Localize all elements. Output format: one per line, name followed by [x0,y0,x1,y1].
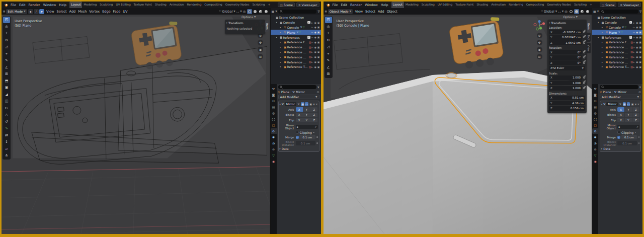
outliner-row-references[interactable]: ▾ ▦ References ⚒▽ ▨ ✓ ▻ ◉ ▣ [271,35,321,40]
selectable-icon[interactable]: ▻ [311,31,313,34]
properties-tab-view-layer[interactable]: ▤ [592,104,598,110]
tool-tool-shear[interactable]: ▱ [3,146,10,152]
display-mode-icon[interactable]: ▦ [593,10,596,13]
extras-dropdown-icon[interactable]: ▼ [635,103,636,106]
hide-eye-icon[interactable]: ◉ [314,55,316,58]
options-dropdown[interactable]: Options▼ [242,15,256,19]
viewport-menu-add[interactable]: Add [377,10,386,14]
axis-x-button[interactable]: X [617,118,624,122]
selectable-icon[interactable]: ▻ [633,26,635,29]
render-camera-icon[interactable]: ▣ [639,41,641,44]
lock-icon[interactable] [583,82,585,84]
pan-button[interactable]: ✥ [258,40,263,45]
outliner-row-reference-front[interactable]: ▸ ▣ Reference Front ⚒▽ ▨ ✓ ▻ ◉ ▣ [271,40,321,45]
mirror-object-field[interactable]: ▪✐ [296,125,318,129]
breadcrumb-modifier[interactable]: Mirror [296,90,305,94]
render-camera-icon[interactable]: ▣ [639,36,641,39]
selectable-icon[interactable]: ▻ [633,55,635,58]
outliner-row-reference-bottom[interactable]: ▸ ▣ Reference Bottom ⚒▽ ▨ ✓ ▻ ◉ ▣ [271,54,321,59]
solid-shading-button[interactable] [574,9,579,14]
axis-z-button[interactable]: Z [632,107,639,112]
n-panel-tab-item[interactable]: Item [265,21,269,32]
selectable-icon[interactable]: ▻ [633,41,635,44]
outliner-row-reference-left[interactable]: ▸ ▣ Reference Left ⚒▽ ▨ ✓ ▻ ◉ ▣ [271,59,321,64]
hide-eye-icon[interactable]: ◉ [636,50,638,53]
workspace-tab-layout[interactable]: Layout [69,2,82,8]
scale-field[interactable]: X1.000 [549,75,582,80]
selectable-icon[interactable]: ▻ [633,31,635,34]
viewport-menu-edge[interactable]: Edge [101,10,112,14]
proportional-edit-icon[interactable]: ◎ [243,10,246,14]
lock-icon[interactable] [583,56,585,59]
location-field[interactable]: Z1.6642 cm [549,40,582,45]
camera-view-button[interactable]: ◉ [258,47,263,52]
tool-tool-spin[interactable]: ↺ [3,119,10,125]
tool-tool-inset-faces[interactable]: ▣ [3,85,10,91]
axis-x-button[interactable]: X [617,113,624,117]
zoom-button[interactable]: ⊕ [537,33,542,38]
mode-selector[interactable]: Edit Mode▼ [6,9,27,14]
outliner-row-reference-right[interactable]: ▸ ▣ Reference Right ⚒▽ ▨ ✓ ▻ ◉ ▣ [592,45,642,50]
toggle-realtime-icon[interactable]: ▭ [305,102,308,106]
collapse-icon[interactable]: ▾ [601,103,602,106]
axis-z-button[interactable]: Z [632,113,639,117]
lock-icon[interactable] [583,87,585,90]
properties-tab-view-layer[interactable]: ▤ [271,104,277,110]
n-panel-tab-tool[interactable]: Tool [587,33,591,42]
render-camera-icon[interactable]: ▣ [317,46,320,49]
dimension-field[interactable]: X8.81 cm [549,96,585,100]
perspective-toggle-button[interactable]: ⊞ [537,54,542,59]
properties-tab-tool[interactable]: ⚒ [592,86,598,92]
menu-item-help[interactable]: Help [379,3,390,7]
vertex-select-button[interactable]: ▪ [28,9,33,14]
viewport-menu-select[interactable]: Select [55,10,68,14]
properties-tab-object-data[interactable]: ▽ [271,152,277,158]
animate-dot[interactable] [638,136,640,138]
properties-tab-modifiers[interactable]: ⚙ [592,128,598,134]
hide-eye-icon[interactable]: ◉ [636,21,638,24]
tool-tool-rotate[interactable]: ↻ [325,37,332,44]
outliner-row-references[interactable]: ▾ ▦ References ⚒▽ ▨ ✓ ▻ ◉ ▣ [592,35,642,40]
camera-view-button[interactable]: ◉ [537,47,542,52]
scale-field[interactable]: Y1.000 [549,81,582,85]
hide-eye-icon[interactable]: ◉ [636,60,638,63]
workspace-tab-animation[interactable]: Animation [168,2,186,8]
tool-tool-shrink-fatten[interactable]: ↕ [3,139,10,145]
workspace-tab-rendering[interactable]: Rendering [185,2,203,8]
workspace-tab-layout[interactable]: Layout [391,2,404,8]
rotation-field[interactable]: X0° [549,50,582,54]
axis-y-button[interactable]: Y [303,118,310,122]
selectable-icon[interactable]: ▻ [633,50,635,53]
selectable-icon[interactable]: ▻ [633,60,635,63]
rotation-mode-dropdown[interactable]: XYZ Euler▼ [549,66,585,70]
menu-item-help[interactable]: Help [57,3,68,7]
tool-tool-move[interactable]: + [325,30,332,37]
menu-item-window[interactable]: Window [363,3,379,7]
mode-selector[interactable]: Object Mode▼ [328,9,353,14]
selectable-icon[interactable]: ▻ [311,21,313,24]
outliner-search-input[interactable] [600,10,638,14]
selectable-icon[interactable]: ▻ [311,60,313,63]
tool-tool-scale[interactable]: ◿ [3,44,10,50]
outliner-row-reference-top[interactable]: ▸ ▣ Reference Top ⚒▽ ▨ ✓ ▻ ◉ ▣ [271,64,321,69]
tool-tool-transform[interactable]: ⌖ [3,51,10,57]
workspace-tab-[interactable]: + [266,2,272,8]
outliner-search-input[interactable] [278,10,317,14]
clipping-checkbox[interactable] [617,131,620,134]
lock-icon[interactable] [583,51,585,53]
menu-item-file[interactable]: File [331,3,340,7]
axis-x-button[interactable]: X [296,118,303,122]
tool-tool-knife[interactable]: ✂ [3,105,10,112]
tool-tool-extrude-region[interactable]: ⬒ [3,78,10,85]
outliner-row-scene-collection[interactable]: ▦ Scene Collection ⚒▽ ▨ ✓ ▻ ◉ ▣ [271,15,321,20]
selectable-icon[interactable]: ▻ [311,26,313,29]
mirror-object-field[interactable]: ▪✐ [617,125,639,129]
axis-y-button[interactable]: Y [303,113,310,117]
tool-tool-measure[interactable]: ∠ [3,64,10,71]
pin-icon[interactable]: ⊙ [316,90,319,94]
render-camera-icon[interactable]: ▣ [639,26,641,29]
selectable-icon[interactable]: ▻ [633,36,635,39]
properties-tab-particles[interactable]: ✱ [271,134,277,140]
merge-threshold-field[interactable]: 0.1 cm [299,135,315,139]
properties-tab-tool[interactable]: ⚒ [271,86,277,92]
